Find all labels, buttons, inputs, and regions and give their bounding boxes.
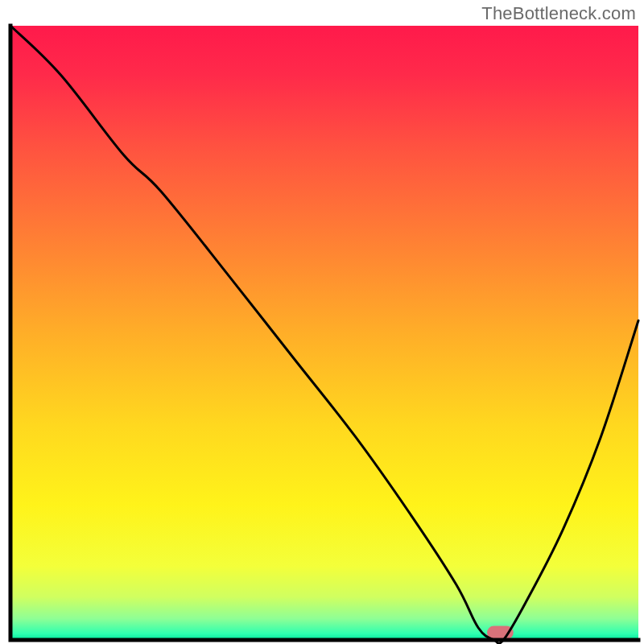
gradient-background <box>10 26 638 640</box>
bottleneck-chart <box>0 0 644 644</box>
